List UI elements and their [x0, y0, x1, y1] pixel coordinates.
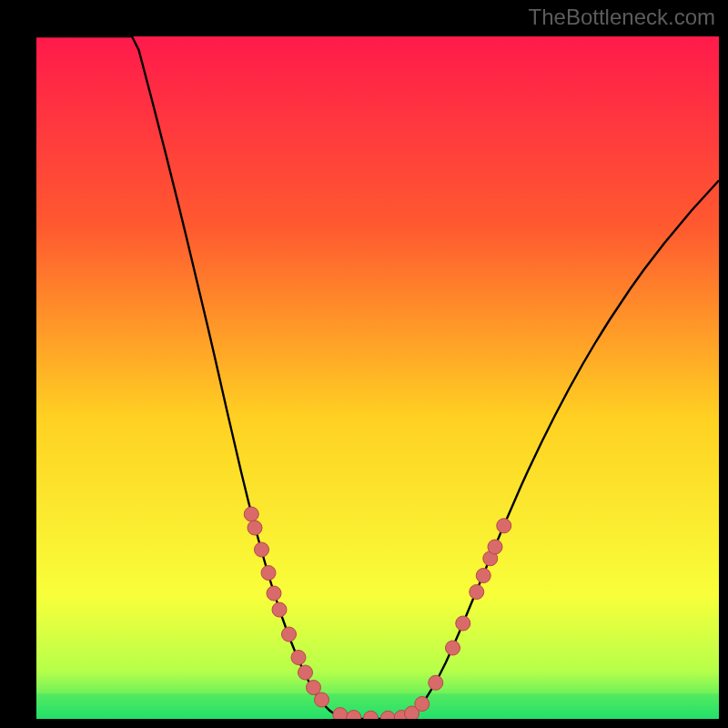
gradient-background — [36, 36, 719, 719]
data-dot — [470, 585, 484, 600]
data-dot — [497, 519, 511, 533]
data-dot — [446, 641, 460, 655]
data-dot — [272, 602, 287, 617]
data-dot — [255, 542, 269, 557]
data-dot — [261, 566, 276, 581]
data-dot — [244, 507, 258, 521]
data-dot — [476, 569, 490, 583]
data-dot — [298, 665, 313, 680]
plot-area — [36, 36, 719, 719]
bottleneck-chart — [36, 36, 719, 719]
data-dot — [415, 697, 430, 712]
data-dot — [488, 540, 502, 554]
data-dot — [267, 586, 281, 601]
data-dot — [333, 708, 348, 720]
data-dot — [429, 675, 443, 690]
chart-frame: TheBottleneck.com — [0, 0, 728, 728]
data-dot — [248, 521, 262, 535]
data-dot — [291, 651, 306, 665]
data-dot — [456, 616, 470, 631]
data-dot — [282, 627, 297, 642]
watermark-label: TheBottleneck.com — [529, 5, 715, 30]
data-dot — [307, 681, 321, 695]
data-dot — [315, 693, 329, 707]
